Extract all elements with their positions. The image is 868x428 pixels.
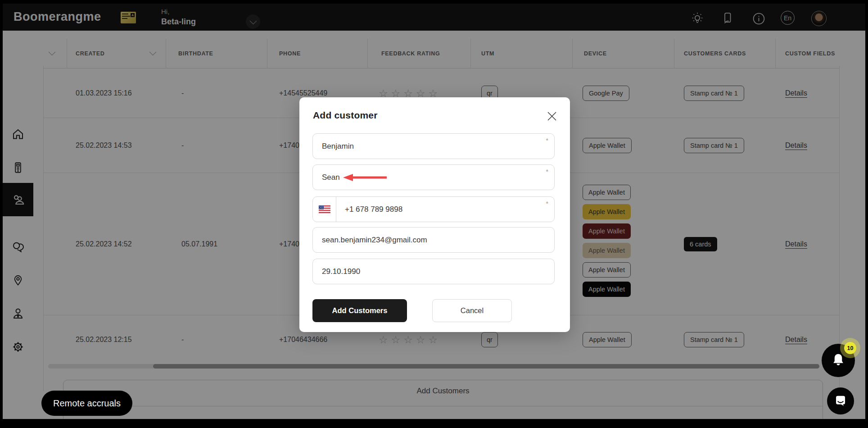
us-flag-icon	[319, 205, 330, 213]
cancel-button[interactable]: Cancel	[432, 299, 512, 322]
first-name-value: Benjamin	[322, 142, 354, 151]
remote-accruals-button[interactable]: Remote accruals	[41, 391, 132, 416]
birthdate-value: 29.10.1990	[322, 267, 360, 276]
red-arrow-annotation	[343, 173, 388, 182]
birthdate-field[interactable]: 29.10.1990	[312, 259, 555, 284]
required-marker: *	[546, 168, 548, 175]
screenshot-frame: Boomerangme A Hi, Beta-ling En	[0, 0, 868, 428]
first-name-field[interactable]: Benjamin *	[312, 133, 555, 159]
required-marker: *	[546, 137, 548, 144]
email-field[interactable]: sean.benjamin234@gmail.com	[312, 227, 555, 253]
bell-icon	[830, 352, 847, 369]
notifications-count-badge: 10	[844, 342, 856, 354]
email-value: sean.benjamin234@gmail.com	[322, 236, 427, 245]
phone-value: +1 678 789 9898	[336, 205, 402, 214]
modal-title: Add customer	[313, 110, 378, 121]
app-window: Boomerangme A Hi, Beta-ling En	[3, 4, 865, 419]
last-name-value: Sean	[322, 173, 340, 182]
country-flag-selector[interactable]	[313, 197, 336, 222]
remote-accruals-label: Remote accruals	[53, 398, 121, 409]
add-customers-button[interactable]: Add Customers	[312, 299, 407, 322]
required-marker: *	[546, 200, 548, 207]
chat-launcher-icon	[834, 394, 847, 408]
add-customer-modal: Add customer Benjamin * Sean *	[299, 97, 570, 332]
phone-field[interactable]: +1 678 789 9898 *	[312, 196, 555, 222]
support-chat-button[interactable]	[827, 387, 854, 414]
close-icon[interactable]	[547, 111, 557, 122]
notifications-count: 10	[847, 345, 854, 351]
